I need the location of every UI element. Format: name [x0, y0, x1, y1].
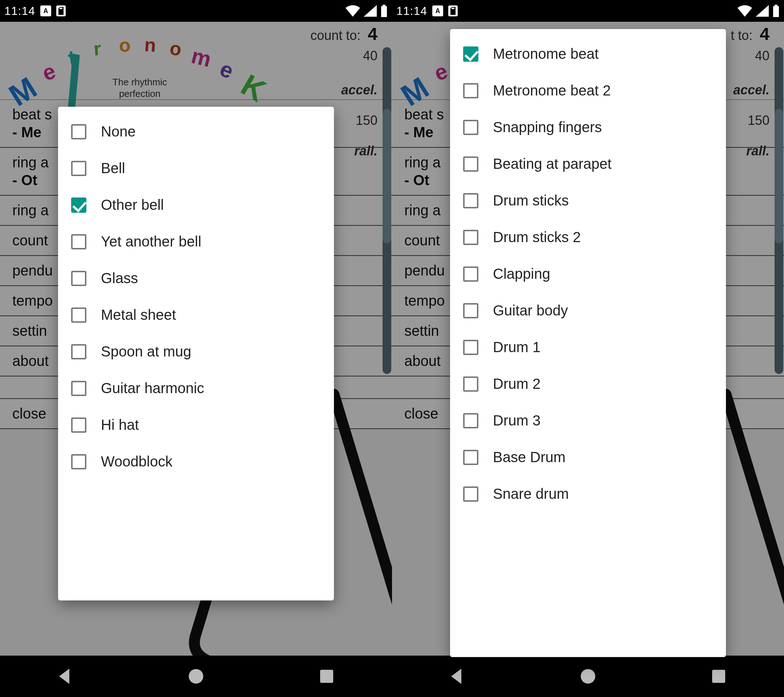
wifi-icon — [738, 5, 752, 17]
option-label: Snapping fingers — [493, 119, 602, 135]
sound-option[interactable]: Yet another bell — [58, 223, 334, 260]
sound-option[interactable]: Drum sticks — [450, 182, 726, 219]
checkbox[interactable] — [71, 308, 86, 323]
option-label: Snare drum — [493, 486, 569, 502]
svg-rect-0 — [59, 8, 63, 9]
sound-option[interactable]: Bell — [58, 150, 334, 186]
svg-point-8 — [581, 669, 595, 684]
svg-rect-6 — [773, 6, 779, 17]
sound-option[interactable]: Metal sheet — [58, 297, 334, 333]
battery-icon — [380, 5, 388, 17]
sound-option[interactable]: Beating at parapet — [450, 145, 726, 182]
status-chip-sd — [56, 5, 66, 16]
checkbox[interactable] — [71, 161, 86, 176]
signal-icon — [364, 5, 377, 17]
checkbox[interactable] — [71, 417, 86, 433]
sound-option[interactable]: Snare drum — [450, 476, 726, 512]
status-time: 11:14 — [396, 4, 427, 18]
option-label: Drum sticks 2 — [493, 229, 581, 246]
sound-option[interactable]: Guitar harmonic — [58, 370, 334, 407]
checkbox-checked[interactable] — [463, 46, 478, 62]
option-label: Guitar harmonic — [101, 380, 204, 396]
checkbox[interactable] — [463, 157, 478, 172]
option-label: None — [101, 124, 136, 140]
checkbox[interactable] — [463, 267, 478, 282]
sound-option[interactable]: Base Drum — [450, 439, 726, 476]
checkbox[interactable] — [463, 303, 478, 318]
checkbox[interactable] — [463, 230, 478, 245]
beat-picker-popup: Metronome beatMetronome beat 2Snapping f… — [450, 29, 726, 657]
nav-recent-icon[interactable] — [318, 667, 336, 685]
option-label: Metronome beat 2 — [493, 82, 611, 99]
option-label: Metronome beat — [493, 46, 598, 62]
sound-option[interactable]: Spoon at mug — [58, 333, 334, 370]
battery-icon — [772, 5, 780, 17]
svg-rect-9 — [712, 670, 725, 683]
option-label: Other bell — [101, 197, 164, 213]
checkbox[interactable] — [463, 413, 478, 428]
option-label: Clapping — [493, 266, 550, 282]
option-label: Yet another bell — [101, 234, 201, 250]
nav-recent-icon[interactable] — [710, 667, 728, 685]
status-time: 11:14 — [4, 4, 35, 18]
checkbox[interactable] — [71, 454, 86, 470]
nav-back-icon[interactable] — [56, 667, 74, 685]
sound-option[interactable]: Glass — [58, 260, 334, 297]
option-label: Hi hat — [101, 417, 139, 433]
status-chip-sd — [448, 5, 458, 16]
checkbox[interactable] — [71, 234, 86, 249]
checkbox[interactable] — [463, 120, 478, 135]
checkbox[interactable] — [463, 376, 478, 392]
sound-option[interactable]: Metronome beat 2 — [450, 72, 726, 109]
sound-option[interactable]: Drum 2 — [450, 366, 726, 402]
android-navbar — [392, 656, 784, 697]
sound-option[interactable]: Drum sticks 2 — [450, 219, 726, 255]
option-label: Metal sheet — [101, 307, 176, 323]
sound-option[interactable]: Hi hat — [58, 407, 334, 443]
checkbox[interactable] — [71, 271, 86, 286]
svg-rect-2 — [382, 5, 385, 6]
sound-option[interactable]: Drum 1 — [450, 329, 726, 366]
status-bar: 11:14 A — [392, 0, 784, 22]
checkbox[interactable] — [71, 381, 86, 396]
sound-option[interactable]: Snapping fingers — [450, 109, 726, 145]
svg-rect-1 — [381, 6, 387, 17]
checkbox[interactable] — [463, 193, 478, 208]
sound-option[interactable]: Clapping — [450, 255, 726, 292]
option-label: Drum 1 — [493, 339, 540, 355]
status-chip-a: A — [40, 5, 51, 16]
wifi-icon — [346, 5, 360, 17]
sound-option[interactable]: Metronome beat — [450, 36, 726, 72]
status-chip-a: A — [432, 5, 443, 16]
svg-rect-5 — [451, 8, 455, 9]
status-bar: 11:14 A — [0, 0, 392, 22]
sound-option[interactable]: None — [58, 113, 334, 150]
nav-home-icon[interactable] — [579, 667, 597, 685]
checkbox[interactable] — [463, 83, 478, 98]
sound-option[interactable]: Other bell — [58, 186, 334, 223]
sound-option[interactable]: Drum 3 — [450, 402, 726, 439]
sound-picker-popup: NoneBellOther bellYet another bellGlassM… — [58, 107, 334, 600]
nav-back-icon[interactable] — [448, 667, 466, 685]
sound-option[interactable]: Guitar body — [450, 292, 726, 329]
option-label: Base Drum — [493, 449, 565, 465]
checkbox[interactable] — [71, 344, 86, 359]
option-label: Drum 3 — [493, 412, 540, 429]
phone-left: 11:14 A MetronomeK The rhythmicperfectio… — [0, 0, 392, 697]
checkbox[interactable] — [71, 124, 86, 139]
svg-rect-4 — [320, 670, 333, 683]
option-label: Glass — [101, 270, 138, 287]
checkbox[interactable] — [463, 450, 478, 465]
option-label: Spoon at mug — [101, 343, 191, 360]
android-navbar — [0, 656, 392, 697]
checkbox[interactable] — [463, 486, 478, 502]
signal-icon — [756, 5, 769, 17]
checkbox[interactable] — [463, 340, 478, 355]
checkbox-checked[interactable] — [71, 198, 86, 213]
option-label: Drum sticks — [493, 193, 569, 209]
sound-option[interactable]: Woodblock — [58, 443, 334, 480]
option-label: Beating at parapet — [493, 156, 612, 172]
nav-home-icon[interactable] — [187, 667, 205, 685]
option-label: Guitar body — [493, 302, 568, 319]
phone-right: 11:14 A MetronomeK The rhythmicperfectio… — [392, 0, 784, 697]
